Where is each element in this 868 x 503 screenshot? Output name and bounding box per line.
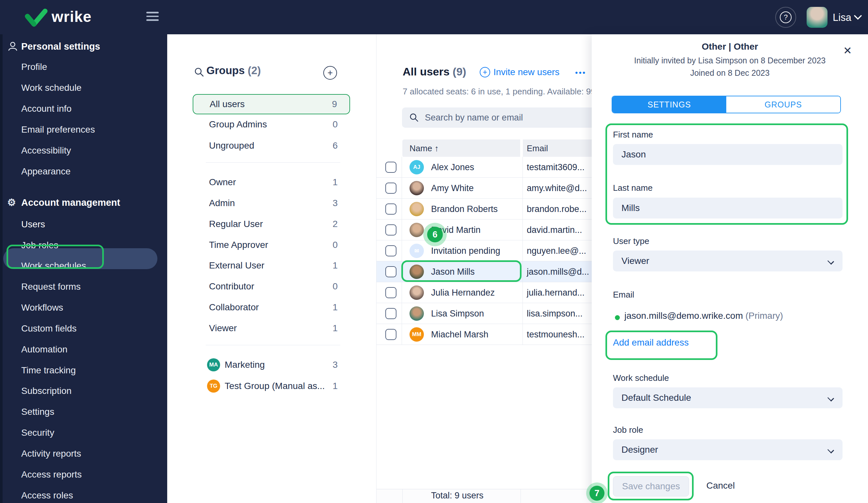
role-item-contributor[interactable]: Contributor0 [193, 277, 350, 296]
table-row-lisa-simpson[interactable]: Lisa Simpsonlisa.simpson... [376, 303, 605, 324]
sidebar-item-job-roles[interactable]: Job roles [3, 235, 170, 256]
team-item-marketing[interactable]: MA Marketing3 [193, 355, 350, 374]
gear-icon: ⚙ [7, 192, 18, 203]
table-row-miachel-marsh[interactable]: MM Miachel Marshtestmounesh... [376, 324, 605, 345]
primary-email: jason.mills@demo.wrike.com (Primary) [624, 311, 783, 321]
sidebar-item-account-info[interactable]: Account info [3, 98, 170, 119]
role-item-viewer[interactable]: Viewer1 [193, 318, 350, 338]
user-menu[interactable]: Lisa [833, 12, 851, 23]
more-menu-button[interactable]: ••• [575, 68, 586, 78]
sidebar-item-access-roles[interactable]: Access roles [3, 485, 170, 503]
topbar: wrike ? Lisa [0, 0, 868, 34]
group-item-group-admins[interactable]: Group Admins0 [193, 115, 350, 134]
row-checkbox[interactable] [385, 183, 396, 194]
row-checkbox[interactable] [385, 329, 396, 340]
table-row-david-martin[interactable]: David Martindavid.martin... [376, 219, 605, 240]
row-checkbox[interactable] [385, 162, 396, 173]
table-footer: Total: 9 users [376, 489, 605, 503]
user-type-label: User type [613, 236, 649, 246]
sidebar-item-activity-reports[interactable]: Activity reports [3, 443, 170, 464]
search-icon [194, 67, 204, 78]
row-checkbox[interactable] [385, 245, 396, 256]
wrike-admin-app: wrike ? Lisa Personal settings Profile W… [0, 0, 868, 503]
row-checkbox[interactable] [385, 266, 396, 277]
sidebar-item-work-schedules[interactable]: Work schedules [3, 255, 170, 276]
save-changes-button[interactable]: Save changes [613, 476, 689, 496]
sidebar-item-users[interactable]: Users [3, 214, 170, 235]
sidebar-item-custom-fields[interactable]: Custom fields [3, 318, 170, 339]
table-row-amy-white[interactable]: Amy Whiteamy.white@d... [376, 178, 605, 198]
sidebar-item-security[interactable]: Security [3, 422, 170, 443]
row-checkbox[interactable] [385, 204, 396, 215]
sidebar-item-profile[interactable]: Profile [3, 57, 170, 78]
work-schedule-label: Work schedule [613, 373, 669, 383]
job-role-select[interactable]: Designer [613, 439, 843, 460]
table-row-brandon-roberts[interactable]: Brandon Robertsbrandon.robe... [376, 198, 605, 219]
table-row-julia-hernandez[interactable]: Julia Hernandezjulia.hernand... [376, 282, 605, 303]
sidebar-item-time-tracking[interactable]: Time tracking [3, 360, 170, 381]
table-row-alex-jones[interactable]: AJ Alex Jonestestamit3609... [376, 157, 605, 178]
role-item-collaborator[interactable]: Collaborator1 [193, 298, 350, 317]
wrike-logo-icon [24, 9, 48, 27]
user-type-select[interactable]: Viewer [613, 250, 843, 271]
groups-panel: Groups (2) + All users 9 Group Admins0 U… [167, 34, 376, 503]
user-details-drawer: Other | Other Initially invited by Lisa … [592, 34, 868, 503]
question-icon: ? [780, 11, 792, 23]
last-name-field[interactable]: Mills [613, 198, 843, 218]
sidebar-item-automation[interactable]: Automation [3, 339, 170, 360]
drawer-title: Other | Other [592, 41, 868, 52]
envelope-icon: ✉ [410, 244, 424, 258]
sidebar-item-email-preferences[interactable]: Email preferences [3, 119, 170, 140]
group-item-ungrouped[interactable]: Ungrouped6 [193, 136, 350, 155]
plus-circle-icon: + [480, 67, 490, 78]
add-email-link[interactable]: Add email address [613, 337, 689, 348]
sidebar-section-personal: Personal settings [3, 36, 170, 57]
sidebar-item-workflows[interactable]: Workflows [3, 297, 170, 318]
first-name-label: First name [613, 130, 653, 140]
sidebar-item-appearance[interactable]: Appearance [3, 161, 170, 182]
brand-wordmark: wrike [52, 8, 92, 25]
first-name-field[interactable]: Jason [613, 144, 843, 165]
menu-hamburger-icon[interactable] [146, 12, 159, 22]
close-icon[interactable]: ✕ [843, 45, 852, 56]
total-users: Total: 9 users [431, 491, 484, 501]
last-name-label: Last name [613, 183, 652, 193]
avatar-photo [410, 223, 424, 237]
column-header-name[interactable]: Name ↑ [402, 140, 520, 157]
row-checkbox[interactable] [385, 224, 396, 236]
row-checkbox[interactable] [385, 308, 396, 319]
add-group-button[interactable]: + [323, 66, 337, 80]
sidebar-item-subscription[interactable]: Subscription [3, 380, 170, 401]
tab-groups[interactable]: GROUPS [726, 96, 840, 113]
divider [206, 162, 340, 163]
sidebar-item-access-reports[interactable]: Access reports [3, 464, 170, 485]
role-item-time-approver[interactable]: Time Approver0 [193, 235, 350, 255]
person-icon [7, 41, 18, 52]
sidebar-item-settings[interactable]: Settings [3, 401, 170, 422]
cancel-button[interactable]: Cancel [706, 481, 735, 491]
table-row-jason-mills[interactable]: Jason Millsjason.mills@d... [376, 261, 605, 282]
user-avatar[interactable] [807, 7, 827, 28]
chevron-down-icon[interactable] [854, 14, 862, 20]
row-checkbox[interactable] [385, 287, 396, 298]
role-item-admin[interactable]: Admin3 [193, 193, 350, 213]
user-search[interactable] [402, 107, 604, 128]
team-item-test-group[interactable]: TG Test Group (Manual as...1 [193, 376, 350, 396]
work-schedule-select[interactable]: Default Schedule [613, 387, 843, 408]
group-item-all-users[interactable]: All users 9 [193, 94, 350, 114]
sidebar-item-request-forms[interactable]: Request forms [3, 276, 170, 297]
email-label: Email [613, 290, 634, 300]
role-item-owner[interactable]: Owner1 [193, 173, 350, 192]
avatar-initials: MM [410, 327, 424, 342]
sidebar-section-account-management: ⚙ Account management [3, 192, 170, 213]
tab-settings[interactable]: SETTINGS [612, 96, 726, 113]
search-input[interactable] [424, 112, 581, 123]
invite-new-users-button[interactable]: + Invite new users [480, 67, 559, 78]
help-button[interactable]: ? [775, 7, 796, 28]
sidebar-item-work-schedule[interactable]: Work schedule [3, 78, 170, 98]
sidebar-item-accessibility[interactable]: Accessibility [3, 140, 170, 161]
role-item-regular-user[interactable]: Regular User2 [193, 214, 350, 234]
table-row-invitation-pending[interactable]: ✉ Invitation pendingnguyen.lee@... [376, 240, 605, 261]
role-item-external-user[interactable]: External User1 [193, 256, 350, 275]
users-title: All users (9) [403, 65, 466, 78]
